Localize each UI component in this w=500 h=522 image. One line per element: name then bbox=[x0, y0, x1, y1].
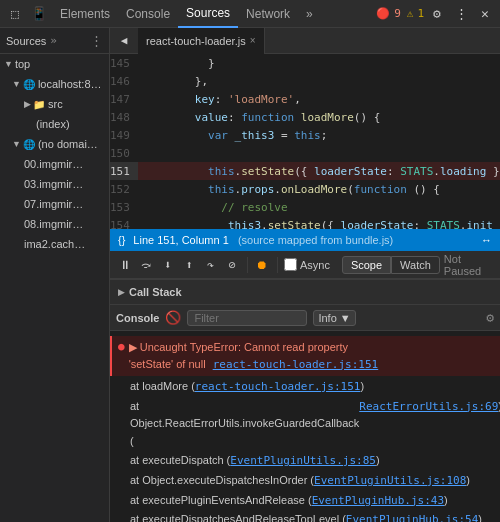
console-level-select[interactable]: Info ▼ bbox=[313, 310, 355, 326]
warning-badge[interactable]: ⚠ 1 bbox=[407, 7, 424, 20]
pause-on-exceptions-button[interactable]: ⏺ bbox=[254, 255, 271, 275]
file-tab-bar: ◀ react-touch-loader.js × bbox=[110, 28, 500, 54]
console-level-label: Info bbox=[318, 312, 336, 324]
code-lines: 145 } 146 }, 147 key: 'loadMore', 148 va… bbox=[110, 54, 500, 229]
code-line-146: 146 }, bbox=[110, 72, 500, 90]
watch-tab[interactable]: Watch bbox=[391, 256, 440, 274]
code-line-147: 147 key: 'loadMore', bbox=[110, 90, 500, 108]
step-button[interactable]: ↷ bbox=[202, 255, 219, 275]
stack-link-5[interactable]: EventPluginHub.js:43 bbox=[312, 492, 444, 510]
sidebar-item-top[interactable]: ▼ top bbox=[0, 54, 109, 74]
tab-network[interactable]: Network bbox=[238, 0, 298, 28]
more-tabs-button[interactable]: » bbox=[298, 0, 321, 28]
sidebar-item-imgmir2[interactable]: 03.imgmir… bbox=[0, 174, 109, 194]
error-icon: 🔴 bbox=[376, 7, 390, 20]
code-line-145: 145 } bbox=[110, 54, 500, 72]
console-stack-row-2: at Object.ReactErrorUtils.invokeGuardedC… bbox=[110, 397, 500, 452]
tree-arrow-nodomain: ▼ bbox=[12, 139, 21, 149]
sidebar-item-label-imgmir4: 08.imgmir… bbox=[24, 218, 83, 230]
sidebar-item-label-localhost: localhost:8… bbox=[38, 78, 102, 90]
code-line-148: 148 value: function loadMore() { bbox=[110, 108, 500, 126]
stack-link-4[interactable]: EventPluginUtils.js:108 bbox=[314, 472, 466, 490]
sidebar-item-src[interactable]: ▶ 📁 src bbox=[0, 94, 109, 114]
error-badge[interactable]: 🔴 9 bbox=[376, 7, 401, 20]
sidebar-item-imacache[interactable]: ima2.cach… bbox=[0, 234, 109, 254]
scope-tab[interactable]: Scope bbox=[342, 256, 391, 274]
call-stack-label: Call Stack bbox=[129, 286, 182, 298]
pause-resume-button[interactable]: ⏸ bbox=[116, 255, 133, 275]
main-layout: Sources » ⋮ ▼ top ▼ 🌐 localhost:8… ▶ 📁 s… bbox=[0, 28, 500, 522]
tree-arrow-localhost: ▼ bbox=[12, 79, 21, 89]
async-checkbox-input[interactable] bbox=[284, 258, 297, 271]
async-label: Async bbox=[300, 259, 330, 271]
code-area: ◀ react-touch-loader.js × 145 } 146 }, bbox=[110, 28, 500, 522]
sidebar-file-tree: ▼ top ▼ 🌐 localhost:8… ▶ 📁 src (index) ▼ bbox=[0, 54, 109, 522]
code-editor[interactable]: 145 } 146 }, 147 key: 'loadMore', 148 va… bbox=[110, 54, 500, 229]
console-section: Console 🚫 Info ▼ ⚙ ● ▶ Uncaught TypeErro… bbox=[110, 305, 500, 522]
sidebar-header: Sources » ⋮ bbox=[0, 28, 109, 54]
call-stack-arrow[interactable]: ▶ bbox=[118, 287, 125, 297]
sidebar-menu-icon[interactable]: ⋮ bbox=[90, 33, 103, 48]
error-source-link[interactable]: react-touch-loader.js:151 bbox=[213, 358, 379, 371]
file-tab-close[interactable]: × bbox=[250, 35, 256, 46]
step-out-button[interactable]: ⬆ bbox=[180, 255, 197, 275]
deactivate-breakpoints-button[interactable]: ⊘ bbox=[223, 255, 240, 275]
step-into-button[interactable]: ⬇ bbox=[159, 255, 176, 275]
stack-link-2[interactable]: ReactErrorUtils.js:69 bbox=[359, 398, 498, 451]
sidebar-item-index[interactable]: (index) bbox=[0, 114, 109, 134]
sidebar-item-label-src: src bbox=[48, 98, 63, 110]
device-icon[interactable]: 📱 bbox=[28, 3, 50, 25]
async-checkbox[interactable]: Async bbox=[284, 258, 330, 271]
console-gear-icon[interactable]: ⚙ bbox=[486, 310, 494, 325]
top-toolbar: ⬚ 📱 Elements Console Sources Network » 🔴… bbox=[0, 0, 500, 28]
code-line-149: 149 var _this3 = this; bbox=[110, 126, 500, 144]
sidebar-item-imgmir1[interactable]: 00.imgmir… bbox=[0, 154, 109, 174]
status-line-info: Line 151, Column 1 (source mapped from b… bbox=[133, 234, 393, 246]
sidebar-item-imgmir4[interactable]: 08.imgmir… bbox=[0, 214, 109, 234]
console-level-arrow: ▼ bbox=[340, 312, 351, 324]
stack-link-3[interactable]: EventPluginUtils.js:85 bbox=[230, 452, 376, 470]
settings-icon[interactable]: ⚙ bbox=[426, 3, 448, 25]
sidebar-item-localhost[interactable]: ▼ 🌐 localhost:8… bbox=[0, 74, 109, 94]
warning-count: 1 bbox=[417, 7, 424, 20]
debugger-toolbar: ⏸ ⤼ ⬇ ⬆ ↷ ⊘ ⏺ Async Scope Watch Not Paus… bbox=[110, 251, 500, 279]
toolbar-right-icons: ⚙ ⋮ ✕ bbox=[426, 3, 496, 25]
more-options-icon[interactable]: ⋮ bbox=[450, 3, 472, 25]
code-line-151: 151 this.setState({ loaderState: STATS.l… bbox=[110, 162, 500, 180]
sidebar-item-label-nodomain: (no domai… bbox=[38, 138, 98, 150]
status-arrow-icon[interactable]: ↔ bbox=[481, 234, 492, 246]
console-clear-icon[interactable]: 🚫 bbox=[165, 310, 181, 325]
code-line-152: 152 this.props.onLoadMore(function () { bbox=[110, 180, 500, 198]
sidebar-item-label-imacache: ima2.cach… bbox=[24, 238, 85, 250]
sidebar-item-label-imgmir1: 00.imgmir… bbox=[24, 158, 83, 170]
tab-elements[interactable]: Elements bbox=[52, 0, 118, 28]
code-line-153: 153 // resolve bbox=[110, 198, 500, 216]
sidebar-item-nodomain[interactable]: ▼ 🌐 (no domai… bbox=[0, 134, 109, 154]
close-devtools-icon[interactable]: ✕ bbox=[474, 3, 496, 25]
inspect-icon[interactable]: ⬚ bbox=[4, 3, 26, 25]
status-brackets[interactable]: {} bbox=[118, 234, 125, 246]
console-filter-input[interactable] bbox=[187, 310, 307, 326]
sidebar-item-imgmir3[interactable]: 07.imgmir… bbox=[0, 194, 109, 214]
tab-console[interactable]: Console bbox=[118, 0, 178, 28]
tab-sources[interactable]: Sources bbox=[178, 0, 238, 28]
stack-link-6[interactable]: EventPluginHub.js:54 bbox=[346, 511, 478, 522]
step-over-button[interactable]: ⤼ bbox=[137, 255, 154, 275]
status-right-icons: ↔ bbox=[481, 234, 492, 246]
console-error-icon: ● bbox=[118, 340, 125, 353]
console-stack-row-5: at executePluginEventsAndRelease (EventP… bbox=[110, 491, 500, 511]
debug-separator-2 bbox=[277, 257, 278, 273]
file-tab-react-loader[interactable]: react-touch-loader.js × bbox=[138, 28, 265, 54]
sidebar-more-button[interactable]: » bbox=[50, 34, 57, 47]
console-stack-row-6: at executeDispatchesAndReleaseTopLevel (… bbox=[110, 510, 500, 522]
stack-link-1[interactable]: react-touch-loader.js:151 bbox=[195, 378, 361, 396]
code-line-150: 150 bbox=[110, 144, 500, 162]
code-line-154: 154 _this3.setState({ loaderState: STATS… bbox=[110, 216, 500, 229]
console-error-text: ▶ Uncaught TypeError: Cannot read proper… bbox=[129, 339, 494, 373]
console-stack-row-3: at executeDispatch (EventPluginUtils.js:… bbox=[110, 451, 500, 471]
console-label: Console bbox=[116, 312, 159, 324]
nodomain-icon: 🌐 bbox=[23, 139, 35, 150]
sidebar-item-label-imgmir3: 07.imgmir… bbox=[24, 198, 83, 210]
navigate-back-icon[interactable]: ◀ bbox=[114, 31, 134, 51]
console-toolbar: Console 🚫 Info ▼ ⚙ bbox=[110, 305, 500, 331]
